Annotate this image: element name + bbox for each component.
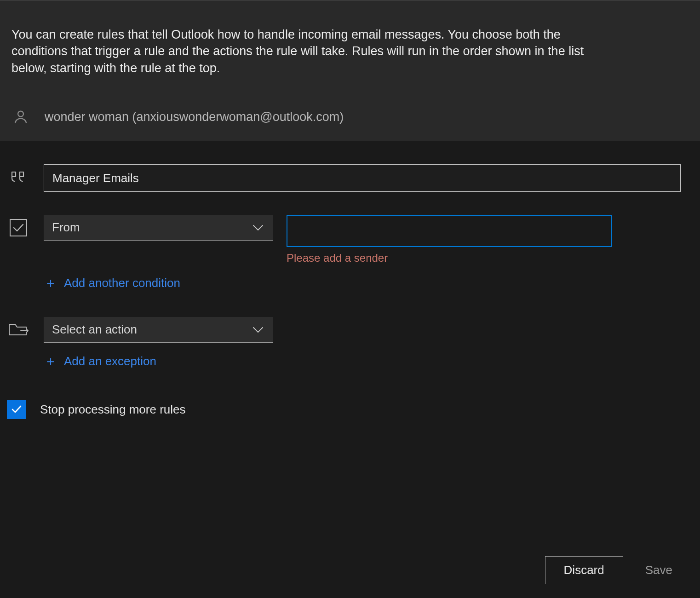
save-button[interactable]: Save: [645, 563, 672, 577]
plus-icon: ＋: [44, 276, 57, 290]
discard-button[interactable]: Discard: [545, 556, 623, 584]
add-condition-row: ＋ Add another condition: [7, 273, 689, 299]
rule-editor-body: From Please add a sender ＋ Add another c…: [0, 141, 700, 419]
chevron-down-icon: [252, 224, 264, 231]
add-condition-label: Add another condition: [64, 276, 180, 290]
header-section: You can create rules that tell Outlook h…: [0, 1, 700, 141]
action-row: Select an action: [7, 317, 689, 343]
spacer: [7, 273, 30, 299]
condition-select[interactable]: From: [44, 215, 273, 241]
add-exception-label: Add an exception: [64, 354, 156, 368]
add-exception-link[interactable]: ＋ Add an exception: [44, 351, 156, 371]
checkbox-outline-icon: [7, 215, 30, 241]
condition-row: From Please add a sender: [7, 215, 689, 264]
footer-actions: Discard Save: [545, 542, 700, 598]
rules-description: You can create rules that tell Outlook h…: [11, 26, 600, 76]
add-exception-row: ＋ Add an exception: [7, 351, 689, 377]
action-select-value: Select an action: [52, 322, 137, 337]
stop-processing-checkbox[interactable]: [7, 400, 26, 419]
svg-point-0: [18, 111, 23, 117]
stop-processing-label: Stop processing more rules: [40, 402, 185, 417]
plus-icon: ＋: [44, 354, 57, 368]
sender-error: Please add a sender: [287, 252, 612, 264]
folder-move-icon: [7, 317, 30, 343]
condition-select-value: From: [52, 220, 80, 235]
account-label: wonder woman (anxiouswonderwoman@outlook…: [45, 110, 344, 124]
chevron-down-icon: [252, 327, 264, 333]
spacer: [7, 351, 30, 377]
stop-processing-row: Stop processing more rules: [7, 400, 689, 419]
quote-icon: [7, 164, 30, 190]
add-condition-link[interactable]: ＋ Add another condition: [44, 273, 180, 293]
checkmark-icon: [10, 403, 23, 416]
action-select[interactable]: Select an action: [44, 317, 273, 343]
person-icon: [11, 109, 30, 125]
account-row: wonder woman (anxiouswonderwoman@outlook…: [11, 109, 689, 125]
svg-rect-1: [10, 219, 27, 236]
rule-name-row: [7, 164, 689, 192]
sender-input[interactable]: [287, 215, 612, 247]
rule-name-input[interactable]: [44, 164, 681, 192]
